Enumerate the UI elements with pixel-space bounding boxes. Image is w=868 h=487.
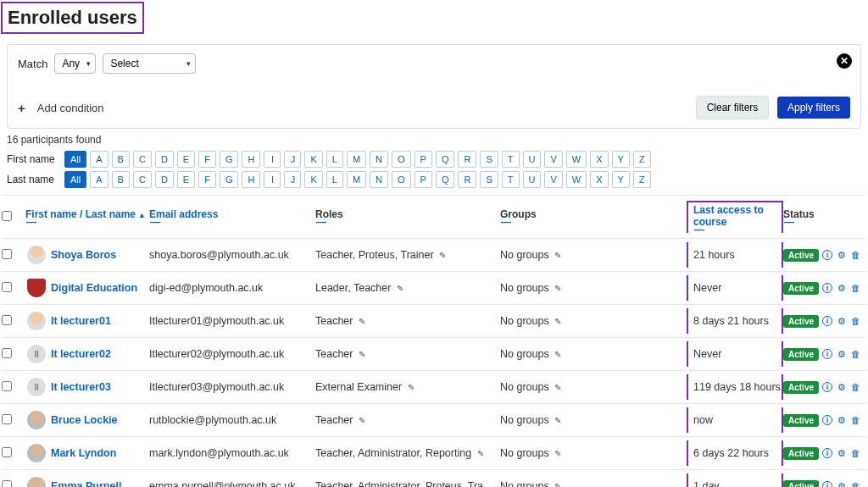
- lastname-letter-e[interactable]: E: [177, 171, 195, 188]
- lastname-letter-l[interactable]: L: [326, 171, 343, 188]
- user-link[interactable]: Emma Purnell: [51, 480, 121, 487]
- firstname-letter-v[interactable]: V: [544, 151, 562, 168]
- firstname-letter-w[interactable]: W: [566, 151, 587, 168]
- row-checkbox[interactable]: [2, 315, 12, 325]
- firstname-letter-s[interactable]: S: [480, 151, 498, 168]
- row-checkbox[interactable]: [2, 249, 12, 259]
- lastname-letter-f[interactable]: F: [198, 171, 216, 188]
- trash-icon[interactable]: 🗑: [850, 250, 861, 261]
- row-checkbox[interactable]: [2, 414, 12, 424]
- firstname-letter-b[interactable]: B: [112, 151, 130, 168]
- info-icon[interactable]: i: [822, 316, 832, 326]
- firstname-letter-y[interactable]: Y: [612, 151, 630, 168]
- lastname-letter-d[interactable]: D: [155, 171, 174, 188]
- user-link[interactable]: Bruce Lockie: [51, 414, 118, 426]
- edit-roles-icon[interactable]: ✎: [397, 284, 403, 293]
- user-link[interactable]: It lecturer02: [51, 348, 111, 360]
- firstname-letter-m[interactable]: M: [347, 151, 366, 168]
- lastname-letter-n[interactable]: N: [370, 171, 388, 188]
- firstname-letter-f[interactable]: F: [198, 151, 216, 168]
- edit-roles-icon[interactable]: ✎: [408, 383, 415, 392]
- lastname-letter-h[interactable]: H: [242, 171, 260, 188]
- clear-filters-button[interactable]: Clear filters: [696, 96, 770, 119]
- row-checkbox[interactable]: [2, 381, 12, 391]
- firstname-letter-a[interactable]: A: [90, 151, 108, 168]
- edit-roles-icon[interactable]: ✎: [439, 251, 446, 260]
- edit-roles-icon[interactable]: ✎: [359, 416, 365, 425]
- apply-filters-button[interactable]: Apply filters: [777, 97, 850, 119]
- edit-roles-icon[interactable]: ✎: [477, 449, 484, 458]
- gear-icon[interactable]: ⚙: [836, 316, 847, 327]
- trash-icon[interactable]: 🗑: [850, 283, 861, 294]
- trash-icon[interactable]: 🗑: [850, 316, 861, 327]
- lastname-letter-b[interactable]: B: [112, 171, 130, 188]
- gear-icon[interactable]: ⚙: [836, 415, 847, 426]
- info-icon[interactable]: i: [822, 415, 832, 425]
- col-last-access[interactable]: Last access to course—: [687, 201, 783, 233]
- row-checkbox[interactable]: [2, 282, 12, 292]
- firstname-letter-n[interactable]: N: [370, 151, 388, 168]
- info-icon[interactable]: i: [822, 448, 832, 458]
- lastname-letter-s[interactable]: S: [480, 171, 498, 188]
- lastname-letter-y[interactable]: Y: [612, 171, 630, 188]
- lastname-letter-t[interactable]: T: [502, 171, 520, 188]
- firstname-letter-c[interactable]: C: [133, 151, 152, 168]
- row-checkbox[interactable]: [2, 348, 12, 358]
- trash-icon[interactable]: 🗑: [850, 349, 861, 360]
- select-all-checkbox[interactable]: [2, 211, 12, 221]
- edit-groups-icon[interactable]: ✎: [554, 251, 561, 260]
- edit-groups-icon[interactable]: ✎: [554, 284, 561, 293]
- gear-icon[interactable]: ⚙: [836, 349, 847, 360]
- edit-groups-icon[interactable]: ✎: [554, 317, 561, 326]
- edit-groups-icon[interactable]: ✎: [554, 416, 561, 425]
- firstname-letter-t[interactable]: T: [502, 151, 520, 168]
- lastname-letter-j[interactable]: J: [284, 171, 301, 188]
- firstname-letter-z[interactable]: Z: [633, 151, 651, 168]
- lastname-letter-i[interactable]: I: [264, 171, 281, 188]
- edit-roles-icon[interactable]: ✎: [359, 350, 365, 359]
- firstname-letter-x[interactable]: X: [590, 151, 608, 168]
- lastname-letter-z[interactable]: Z: [633, 171, 651, 188]
- lastname-letter-g[interactable]: G: [220, 171, 239, 188]
- firstname-letter-e[interactable]: E: [177, 151, 195, 168]
- info-icon[interactable]: i: [822, 349, 832, 359]
- edit-roles-icon[interactable]: ✎: [359, 317, 365, 326]
- lastname-letter-p[interactable]: P: [415, 171, 432, 188]
- user-link[interactable]: Digital Education: [51, 282, 137, 294]
- firstname-letter-l[interactable]: L: [326, 151, 343, 168]
- lastname-letter-o[interactable]: O: [392, 171, 411, 188]
- col-name[interactable]: First name / Last name▲—: [25, 208, 149, 225]
- trash-icon[interactable]: 🗑: [850, 415, 861, 426]
- match-select[interactable]: Any: [54, 53, 96, 74]
- gear-icon[interactable]: ⚙: [836, 448, 847, 459]
- user-link[interactable]: Shoya Boros: [51, 249, 116, 261]
- firstname-letter-o[interactable]: O: [392, 151, 411, 168]
- info-icon[interactable]: i: [822, 382, 832, 392]
- firstname-all[interactable]: All: [64, 151, 86, 168]
- lastname-letter-m[interactable]: M: [347, 171, 366, 188]
- firstname-letter-h[interactable]: H: [242, 151, 260, 168]
- firstname-letter-r[interactable]: R: [458, 151, 476, 168]
- firstname-letter-q[interactable]: Q: [436, 151, 455, 168]
- user-link[interactable]: Mark Lyndon: [51, 447, 116, 459]
- edit-groups-icon[interactable]: ✎: [554, 482, 561, 487]
- user-link[interactable]: It lecturer01: [51, 315, 111, 327]
- lastname-letter-x[interactable]: X: [590, 171, 608, 188]
- info-icon[interactable]: i: [822, 283, 832, 293]
- firstname-letter-i[interactable]: I: [264, 151, 281, 168]
- field-select[interactable]: Select: [103, 53, 196, 74]
- lastname-letter-v[interactable]: V: [544, 171, 562, 188]
- trash-icon[interactable]: 🗑: [850, 448, 861, 459]
- trash-icon[interactable]: 🗑: [850, 382, 861, 393]
- firstname-letter-k[interactable]: K: [304, 151, 322, 168]
- gear-icon[interactable]: ⚙: [836, 382, 847, 393]
- gear-icon[interactable]: ⚙: [836, 250, 847, 261]
- firstname-letter-d[interactable]: D: [155, 151, 174, 168]
- user-link[interactable]: It lecturer03: [51, 381, 111, 393]
- lastname-letter-w[interactable]: W: [566, 171, 587, 188]
- add-condition-button[interactable]: + Add condition: [18, 101, 104, 115]
- lastname-letter-u[interactable]: U: [523, 171, 542, 188]
- lastname-letter-q[interactable]: Q: [436, 171, 455, 188]
- col-email[interactable]: Email address—: [149, 208, 315, 225]
- info-icon[interactable]: i: [822, 481, 832, 487]
